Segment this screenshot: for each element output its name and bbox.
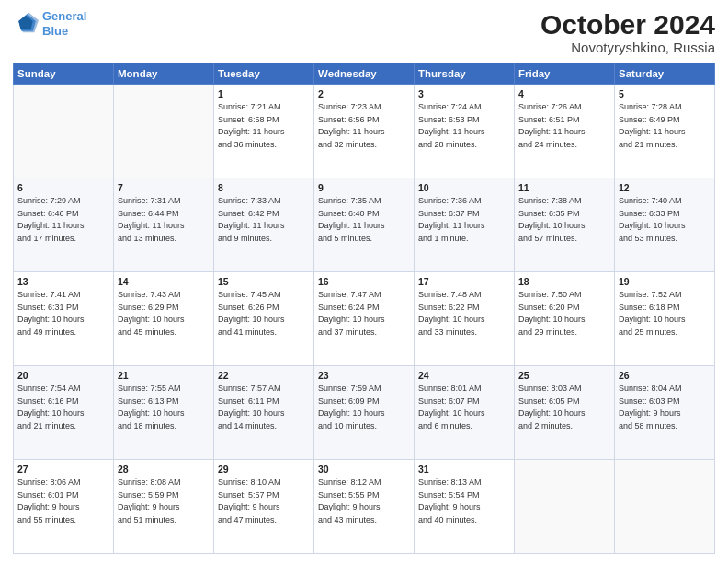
- day-detail: Sunrise: 7:54 AM Sunset: 6:16 PM Dayligh…: [17, 383, 109, 432]
- day-detail: Sunrise: 7:36 AM Sunset: 6:37 PM Dayligh…: [418, 195, 510, 245]
- day-number: 11: [518, 182, 610, 193]
- day-detail: Sunrise: 7:38 AM Sunset: 6:35 PM Dayligh…: [518, 195, 610, 245]
- day-number: 21: [118, 370, 210, 381]
- day-detail: Sunrise: 7:29 AM Sunset: 6:46 PM Dayligh…: [17, 195, 109, 245]
- day-number: 20: [17, 370, 109, 381]
- day-number: 8: [218, 182, 310, 193]
- day-number: 13: [17, 276, 109, 287]
- week-row-2: 6Sunrise: 7:29 AM Sunset: 6:46 PM Daylig…: [14, 178, 715, 272]
- header: General Blue October 2024 Novotyryshkino…: [13, 9, 715, 55]
- calendar-cell: 28Sunrise: 8:08 AM Sunset: 5:59 PM Dayli…: [114, 460, 214, 554]
- week-row-3: 13Sunrise: 7:41 AM Sunset: 6:31 PM Dayli…: [14, 272, 715, 366]
- day-detail: Sunrise: 7:47 AM Sunset: 6:24 PM Dayligh…: [318, 289, 410, 339]
- calendar-cell: 18Sunrise: 7:50 AM Sunset: 6:20 PM Dayli…: [515, 272, 615, 366]
- day-number: 10: [418, 182, 510, 193]
- day-detail: Sunrise: 8:06 AM Sunset: 6:01 PM Dayligh…: [17, 477, 109, 526]
- day-number: 22: [218, 370, 310, 381]
- logo-text: General Blue: [42, 9, 86, 38]
- day-number: 9: [318, 182, 410, 193]
- weekday-header-sunday: Sunday: [14, 63, 114, 85]
- calendar-cell: [515, 460, 615, 554]
- day-detail: Sunrise: 7:43 AM Sunset: 6:29 PM Dayligh…: [118, 289, 210, 339]
- week-row-4: 20Sunrise: 7:54 AM Sunset: 6:16 PM Dayli…: [14, 366, 715, 460]
- day-detail: Sunrise: 8:12 AM Sunset: 5:55 PM Dayligh…: [318, 477, 410, 526]
- day-number: 17: [418, 276, 510, 287]
- day-number: 28: [118, 464, 210, 475]
- day-number: 18: [518, 276, 610, 287]
- day-detail: Sunrise: 7:33 AM Sunset: 6:42 PM Dayligh…: [218, 195, 310, 245]
- calendar-cell: 9Sunrise: 7:35 AM Sunset: 6:40 PM Daylig…: [314, 178, 415, 272]
- page: General Blue October 2024 Novotyryshkino…: [0, 0, 728, 563]
- day-detail: Sunrise: 8:03 AM Sunset: 6:05 PM Dayligh…: [518, 383, 610, 432]
- day-number: 2: [318, 88, 410, 99]
- calendar-cell: 30Sunrise: 8:12 AM Sunset: 5:55 PM Dayli…: [314, 460, 415, 554]
- day-detail: Sunrise: 8:13 AM Sunset: 5:54 PM Dayligh…: [418, 477, 510, 526]
- day-number: 4: [518, 88, 610, 99]
- calendar-cell: 14Sunrise: 7:43 AM Sunset: 6:29 PM Dayli…: [114, 272, 214, 366]
- day-detail: Sunrise: 8:01 AM Sunset: 6:07 PM Dayligh…: [418, 383, 510, 432]
- day-number: 1: [218, 88, 310, 99]
- sub-title: Novotyryshkino, Russia: [540, 40, 715, 55]
- calendar-cell: 13Sunrise: 7:41 AM Sunset: 6:31 PM Dayli…: [14, 272, 114, 366]
- calendar-header: SundayMondayTuesdayWednesdayThursdayFrid…: [14, 63, 715, 85]
- calendar-cell: 3Sunrise: 7:24 AM Sunset: 6:53 PM Daylig…: [415, 85, 515, 178]
- day-number: 7: [118, 182, 210, 193]
- calendar-cell: 5Sunrise: 7:28 AM Sunset: 6:49 PM Daylig…: [615, 85, 715, 178]
- calendar-cell: 19Sunrise: 7:52 AM Sunset: 6:18 PM Dayli…: [615, 272, 715, 366]
- day-number: 24: [418, 370, 510, 381]
- week-row-1: 1Sunrise: 7:21 AM Sunset: 6:58 PM Daylig…: [14, 85, 715, 178]
- day-detail: Sunrise: 7:31 AM Sunset: 6:44 PM Dayligh…: [118, 195, 210, 245]
- day-number: 30: [318, 464, 410, 475]
- weekday-header-thursday: Thursday: [415, 63, 515, 85]
- logo-line1: General: [42, 9, 86, 23]
- calendar-cell: 7Sunrise: 7:31 AM Sunset: 6:44 PM Daylig…: [114, 178, 214, 272]
- day-detail: Sunrise: 7:35 AM Sunset: 6:40 PM Dayligh…: [318, 195, 410, 245]
- calendar-cell: 24Sunrise: 8:01 AM Sunset: 6:07 PM Dayli…: [415, 366, 515, 460]
- calendar-cell: [615, 460, 715, 554]
- logo-line2: Blue: [42, 24, 68, 38]
- calendar-cell: 4Sunrise: 7:26 AM Sunset: 6:51 PM Daylig…: [515, 85, 615, 178]
- calendar-cell: 8Sunrise: 7:33 AM Sunset: 6:42 PM Daylig…: [214, 178, 314, 272]
- main-title: October 2024: [540, 9, 715, 40]
- day-number: 14: [118, 276, 210, 287]
- calendar-cell: [114, 85, 214, 178]
- day-detail: Sunrise: 7:59 AM Sunset: 6:09 PM Dayligh…: [318, 383, 410, 432]
- day-detail: Sunrise: 8:10 AM Sunset: 5:57 PM Dayligh…: [218, 477, 310, 526]
- calendar-cell: 25Sunrise: 8:03 AM Sunset: 6:05 PM Dayli…: [515, 366, 615, 460]
- calendar-cell: 27Sunrise: 8:06 AM Sunset: 6:01 PM Dayli…: [14, 460, 114, 554]
- day-detail: Sunrise: 7:41 AM Sunset: 6:31 PM Dayligh…: [17, 289, 109, 339]
- calendar-cell: 6Sunrise: 7:29 AM Sunset: 6:46 PM Daylig…: [14, 178, 114, 272]
- day-detail: Sunrise: 8:08 AM Sunset: 5:59 PM Dayligh…: [118, 477, 210, 526]
- day-number: 26: [619, 370, 711, 381]
- day-number: 31: [418, 464, 510, 475]
- calendar-cell: 1Sunrise: 7:21 AM Sunset: 6:58 PM Daylig…: [214, 85, 314, 178]
- day-detail: Sunrise: 7:40 AM Sunset: 6:33 PM Dayligh…: [619, 195, 711, 245]
- calendar-cell: 12Sunrise: 7:40 AM Sunset: 6:33 PM Dayli…: [615, 178, 715, 272]
- day-detail: Sunrise: 7:26 AM Sunset: 6:51 PM Dayligh…: [518, 101, 610, 151]
- calendar-cell: 22Sunrise: 7:57 AM Sunset: 6:11 PM Dayli…: [214, 366, 314, 460]
- calendar-cell: 2Sunrise: 7:23 AM Sunset: 6:56 PM Daylig…: [314, 85, 415, 178]
- day-detail: Sunrise: 8:04 AM Sunset: 6:03 PM Dayligh…: [619, 383, 711, 432]
- weekday-header-saturday: Saturday: [615, 63, 715, 85]
- day-number: 12: [619, 182, 711, 193]
- weekday-header-tuesday: Tuesday: [214, 63, 314, 85]
- day-number: 16: [318, 276, 410, 287]
- weekday-header-friday: Friday: [515, 63, 615, 85]
- calendar-cell: 29Sunrise: 8:10 AM Sunset: 5:57 PM Dayli…: [214, 460, 314, 554]
- logo-icon: [13, 11, 39, 37]
- calendar-cell: 17Sunrise: 7:48 AM Sunset: 6:22 PM Dayli…: [415, 272, 515, 366]
- calendar-cell: 15Sunrise: 7:45 AM Sunset: 6:26 PM Dayli…: [214, 272, 314, 366]
- calendar-cell: 23Sunrise: 7:59 AM Sunset: 6:09 PM Dayli…: [314, 366, 415, 460]
- day-detail: Sunrise: 7:28 AM Sunset: 6:49 PM Dayligh…: [619, 101, 711, 151]
- calendar-cell: 16Sunrise: 7:47 AM Sunset: 6:24 PM Dayli…: [314, 272, 415, 366]
- calendar-cell: [14, 85, 114, 178]
- calendar-cell: 20Sunrise: 7:54 AM Sunset: 6:16 PM Dayli…: [14, 366, 114, 460]
- week-row-5: 27Sunrise: 8:06 AM Sunset: 6:01 PM Dayli…: [14, 460, 715, 554]
- calendar-cell: 11Sunrise: 7:38 AM Sunset: 6:35 PM Dayli…: [515, 178, 615, 272]
- title-block: October 2024 Novotyryshkino, Russia: [540, 9, 715, 55]
- day-detail: Sunrise: 7:57 AM Sunset: 6:11 PM Dayligh…: [218, 383, 310, 432]
- calendar-cell: 26Sunrise: 8:04 AM Sunset: 6:03 PM Dayli…: [615, 366, 715, 460]
- calendar-cell: 10Sunrise: 7:36 AM Sunset: 6:37 PM Dayli…: [415, 178, 515, 272]
- day-number: 25: [518, 370, 610, 381]
- weekday-header-wednesday: Wednesday: [314, 63, 415, 85]
